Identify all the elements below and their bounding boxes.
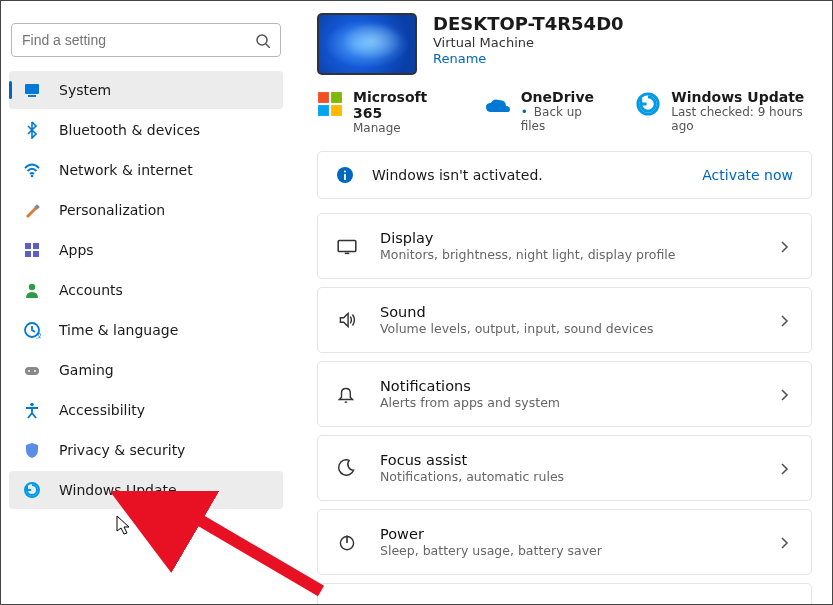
card-subtitle: Volume levels, output, input, sound devi…: [380, 321, 775, 336]
search-input[interactable]: [22, 32, 254, 48]
moon-icon: [336, 457, 358, 479]
nav-item-update[interactable]: Windows Update: [9, 471, 283, 509]
chevron-right-icon: [775, 385, 793, 403]
nav-item-person[interactable]: Accounts: [9, 271, 283, 309]
nav-item-wifi[interactable]: Network & internet: [9, 151, 283, 189]
bell-icon: [336, 383, 358, 405]
nav-label: Gaming: [59, 362, 114, 378]
chevron-right-icon: [775, 237, 793, 255]
chevron-right-icon: [775, 311, 793, 329]
person-icon: [23, 281, 41, 299]
card-power[interactable]: Power Sleep, battery usage, battery save…: [317, 509, 812, 575]
pc-name: DESKTOP-T4R54D0: [433, 13, 624, 35]
card-subtitle: Alerts from apps and system: [380, 395, 775, 410]
card-title: Sound: [380, 304, 775, 320]
update-icon: [635, 91, 661, 117]
nav-item-clock[interactable]: Time & language: [9, 311, 283, 349]
accessibility-icon: [23, 401, 41, 419]
nav-label: Accessibility: [59, 402, 145, 418]
onedrive-title: OneDrive: [521, 89, 600, 105]
search-box[interactable]: [11, 23, 281, 57]
onedrive-card[interactable]: OneDrive Back up files: [485, 89, 600, 135]
windows-update-card[interactable]: Windows Update Last checked: 9 hours ago: [635, 89, 812, 135]
nav-label: Bluetooth & devices: [59, 122, 200, 138]
activation-banner: Windows isn't activated. Activate now: [317, 151, 812, 199]
m365-title: Microsoft 365: [353, 89, 449, 121]
display-icon: [336, 235, 358, 257]
card-sound[interactable]: Sound Volume levels, output, input, soun…: [317, 287, 812, 353]
nav-label: Apps: [59, 242, 94, 258]
rename-link[interactable]: Rename: [433, 51, 486, 66]
bluetooth-icon: [23, 121, 41, 139]
update-icon: [23, 481, 41, 499]
desktop-thumbnail: [317, 13, 417, 75]
nav-label: System: [59, 82, 111, 98]
microsoft-logo-icon: [317, 91, 343, 117]
activate-now-link[interactable]: Activate now: [702, 167, 793, 183]
nav-label: Personalization: [59, 202, 165, 218]
nav-label: Time & language: [59, 322, 178, 338]
nav-item-accessibility[interactable]: Accessibility: [9, 391, 283, 429]
main-panel: DESKTOP-T4R54D0 Virtual Machine Rename M…: [291, 1, 832, 604]
chevron-right-icon: [775, 533, 793, 551]
card-title: Focus assist: [380, 452, 775, 468]
power-icon: [336, 531, 358, 553]
card-subtitle: Sleep, battery usage, battery saver: [380, 543, 775, 558]
card-storage[interactable]: Storage: [317, 583, 812, 604]
gamepad-icon: [23, 361, 41, 379]
m365-sub: Manage: [353, 121, 449, 135]
nav-item-system[interactable]: System: [9, 71, 283, 109]
card-title: Display: [380, 230, 775, 246]
nav-label: Privacy & security: [59, 442, 185, 458]
system-icon: [23, 81, 41, 99]
nav-list: System Bluetooth & devices Network & int…: [9, 71, 283, 509]
onedrive-icon: [485, 91, 511, 117]
nav-item-gamepad[interactable]: Gaming: [9, 351, 283, 389]
pc-header: DESKTOP-T4R54D0 Virtual Machine Rename: [317, 13, 812, 75]
nav-item-shield[interactable]: Privacy & security: [9, 431, 283, 469]
search-icon: [254, 32, 270, 48]
card-subtitle: Monitors, brightness, night light, displ…: [380, 247, 775, 262]
card-title: Notifications: [380, 378, 775, 394]
brush-icon: [23, 201, 41, 219]
card-title: Power: [380, 526, 775, 542]
pc-subtitle: Virtual Machine: [433, 35, 624, 50]
update-title: Windows Update: [671, 89, 812, 105]
onedrive-sub: Back up files: [521, 105, 600, 133]
chevron-right-icon: [775, 459, 793, 477]
nav-label: Windows Update: [59, 482, 177, 498]
settings-card-list: Display Monitors, brightness, night ligh…: [317, 213, 812, 604]
nav-label: Network & internet: [59, 162, 193, 178]
nav-item-apps[interactable]: Apps: [9, 231, 283, 269]
nav-label: Accounts: [59, 282, 123, 298]
nav-item-bluetooth[interactable]: Bluetooth & devices: [9, 111, 283, 149]
activation-text: Windows isn't activated.: [372, 167, 702, 183]
card-bell[interactable]: Notifications Alerts from apps and syste…: [317, 361, 812, 427]
update-sub: Last checked: 9 hours ago: [671, 105, 812, 133]
card-subtitle: Notifications, automatic rules: [380, 469, 775, 484]
clock-icon: [23, 321, 41, 339]
nav-item-brush[interactable]: Personalization: [9, 191, 283, 229]
apps-icon: [23, 241, 41, 259]
info-icon: [336, 166, 354, 184]
card-display[interactable]: Display Monitors, brightness, night ligh…: [317, 213, 812, 279]
shield-icon: [23, 441, 41, 459]
wifi-icon: [23, 161, 41, 179]
sound-icon: [336, 309, 358, 331]
card-moon[interactable]: Focus assist Notifications, automatic ru…: [317, 435, 812, 501]
sidebar: System Bluetooth & devices Network & int…: [1, 1, 291, 604]
microsoft-365-card[interactable]: Microsoft 365 Manage: [317, 89, 449, 135]
status-row: Microsoft 365 Manage OneDrive Back up fi…: [317, 89, 812, 135]
